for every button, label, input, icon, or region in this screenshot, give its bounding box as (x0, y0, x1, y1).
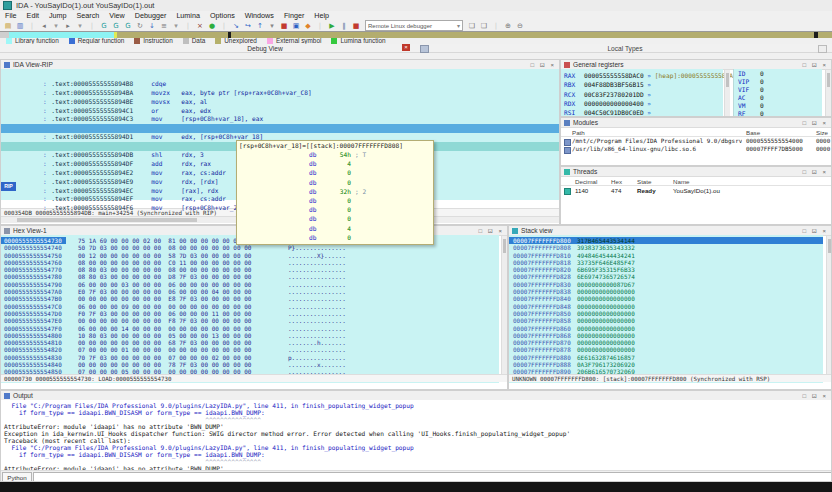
hex-bytes[interactable]: 06 00 00 00 09 00 00 00 00 00 00 00 00 0… (66, 303, 288, 310)
breakpoint-icon[interactable]: ◆ (303, 21, 313, 31)
zoom-in-icon[interactable]: ⊕ (503, 21, 513, 31)
back-icon[interactable]: ◂ (39, 21, 49, 31)
stack-row[interactable]: 00007FFFFFFFD800317B465443534144 (509, 237, 823, 244)
stack-address[interactable]: 00007FFFFFFFD840 (509, 295, 577, 302)
hex-address[interactable]: 00005555555547E0 (1, 317, 66, 324)
hex-bytes[interactable]: 00 00 00 00 00 00 00 00 F8 7F 03 00 00 0… (66, 317, 288, 324)
stop-process-icon[interactable]: ■ (351, 21, 361, 31)
hex-address[interactable]: 00005555555547F0 (1, 325, 66, 332)
register-row[interactable]: RSI004C50C91DB0C0ED (561, 108, 723, 117)
column-header-state[interactable]: State (637, 178, 651, 185)
flag-row[interactable]: RF0 (734, 110, 822, 117)
tab-local-types[interactable]: Local Types (585, 45, 665, 52)
lumina-icon[interactable]: ● (207, 21, 217, 31)
zoom-out-icon[interactable]: ⊖ (515, 21, 525, 31)
hex-ascii[interactable]: ................ (288, 303, 346, 310)
threads-titlebar[interactable]: Threads (561, 167, 831, 177)
vertical-scrollbar[interactable] (724, 70, 730, 117)
stack-address[interactable]: 00007FFFFFFFD878 (509, 346, 577, 353)
hex-ascii[interactable]: ................ (288, 310, 346, 317)
register-value[interactable]: 004C50C91DB0C0ED (584, 109, 644, 116)
stack-value[interactable]: 33735F646E485F47 (577, 259, 635, 266)
flag-row[interactable]: ID0 (734, 70, 822, 78)
jump-arrow-icon[interactable] (644, 91, 651, 98)
register-value[interactable]: 0000000000000400 (584, 100, 644, 107)
restore-icon[interactable] (818, 45, 827, 53)
flag-row[interactable]: VM0 (734, 102, 822, 110)
stack-row[interactable]: 00007FFFFFFFD8083938373635343332 (509, 244, 823, 251)
step-into-icon[interactable]: ↘ (231, 21, 241, 31)
stack-row[interactable]: 00007FFFFFFFD8400000000000000000 (509, 295, 823, 302)
python-input[interactable] (33, 472, 832, 483)
stack-address[interactable]: 00007FFFFFFFD870 (509, 339, 577, 346)
module-row[interactable]: /usr/lib/x86_64-linux-gnu/libc.so.6 0000… (561, 145, 831, 153)
tab-debug-view[interactable]: Debug View (230, 45, 300, 52)
stack-value[interactable]: 317B465443534144 (577, 237, 635, 244)
menu-item[interactable]: Windows (240, 11, 279, 20)
window-controls[interactable] (803, 61, 829, 68)
column-header-base[interactable]: Base (746, 129, 760, 136)
register-value[interactable]: 000055555558DAC0 (584, 72, 644, 79)
register-row[interactable]: RCX00C83F23780201DD (561, 90, 723, 99)
hex-bytes[interactable]: F0 7F 03 00 00 00 00 00 06 00 00 00 11 0… (66, 310, 288, 317)
disasm-line[interactable]: .text:00005555555894BAmovzxeax, byte ptr… (1, 80, 559, 89)
hex-address[interactable]: 0000555555554730 (1, 237, 66, 244)
stack-value[interactable]: 0000000000087D67 (577, 281, 635, 288)
stack-address[interactable]: 00007FFFFFFFD808 (509, 244, 577, 251)
hex-address[interactable]: 00005555555547C0 (1, 303, 66, 310)
stack-row[interactable]: 00007FFFFFFFD8880A3F796173206920 (509, 361, 823, 368)
hex-address[interactable]: 00005555555547D0 (1, 310, 66, 317)
stack-row[interactable]: 00007FFFFFFFD8104948464544434241 (509, 252, 823, 259)
stack-value[interactable]: 3938373635343332 (577, 244, 635, 251)
register-row[interactable]: RDX0000000000000400 (561, 99, 723, 108)
list-icon[interactable]: ≡ (159, 21, 169, 31)
hex-bytes[interactable]: 00 00 00 00 00 00 00 00 78 7F 03 00 00 0… (66, 361, 288, 368)
hex-address[interactable]: 0000555555554790 (1, 281, 66, 288)
stack-row[interactable]: 00007FFFFFFFD8380000000000000000 (509, 288, 823, 295)
hex-row[interactable]: 00005555555547F006 00 00 00 14 00 00 00 … (1, 325, 499, 332)
dropdown-caret-icon[interactable]: ▾ (51, 21, 61, 31)
window-controls[interactable] (803, 168, 829, 175)
window-controls[interactable] (803, 392, 829, 399)
vertical-scrollbar[interactable] (501, 236, 507, 382)
open-file-icon[interactable]: ▤ (3, 21, 13, 31)
toolbar-separator[interactable]: | (183, 21, 193, 31)
dropdown-caret-icon[interactable]: ▾ (75, 21, 85, 31)
stack-value[interactable]: 0000000000000000 (577, 339, 635, 346)
vertical-scrollbar[interactable] (825, 70, 831, 117)
hex-ascii[interactable]: ........X}...... (288, 252, 346, 259)
hex-bytes[interactable]: E0 7F 03 00 00 00 00 00 06 00 00 00 04 0… (66, 288, 288, 295)
stack-address[interactable]: 00007FFFFFFFD868 (509, 332, 577, 339)
hex-row[interactable]: 00005555555547A0E0 7F 03 00 00 00 00 00 … (1, 288, 499, 295)
stack-row[interactable]: 00007FFFFFFFD8600000000000000000 (509, 325, 823, 332)
hex-bytes[interactable]: 00 00 00 00 00 00 00 00 68 7F 03 00 00 0… (66, 339, 288, 346)
jump-segment-icon[interactable]: G (123, 21, 133, 31)
dropdown-caret-icon[interactable]: ▾ (267, 21, 277, 31)
python-label[interactable]: Python (2, 472, 32, 483)
hex-bytes[interactable]: 08 80 03 00 00 00 00 00 D8 7F 03 00 00 0… (66, 273, 288, 280)
hex-ascii[interactable]: ................ (288, 346, 346, 353)
stack-row[interactable]: 00007FFFFFFFD8206B695F35315F6B33 (509, 266, 823, 273)
hex-ascii[interactable]: ................ (288, 259, 346, 266)
step-over-icon[interactable]: ↪ (243, 21, 253, 31)
stack-row[interactable]: 00007FFFFFFFD8580000000000000000 (509, 317, 823, 324)
stack-address[interactable]: 00007FFFFFFFD860 (509, 325, 577, 332)
down-arrow-icon[interactable]: ↓ (147, 21, 157, 31)
stack-address[interactable]: 00007FFFFFFFD818 (509, 259, 577, 266)
hex-row[interactable]: 000055555555474050 7D 03 00 00 00 00 00 … (1, 244, 499, 251)
hex-bytes[interactable]: 08 80 03 00 00 00 00 00 08 00 00 00 00 0… (66, 266, 288, 273)
stack-value[interactable]: 0000000000000000 (577, 295, 635, 302)
hex-row[interactable]: 000055555555481000 00 00 00 00 00 00 00 … (1, 339, 499, 346)
disasm-line[interactable]: .text:00005555555894BEmovsxeax, al (1, 89, 559, 98)
stack-value[interactable]: 0000000000000000 (577, 288, 635, 295)
stack-address[interactable]: 00007FFFFFFFD810 (509, 252, 577, 259)
stack-value[interactable]: 0000000000000000 (577, 325, 635, 332)
disasm-line[interactable]: .text:00005555555894C3mov[rsp+0C8h+var_1… (1, 107, 559, 116)
hex-ascii[interactable]: ................ (288, 317, 346, 324)
hex-ascii[interactable]: ........x....... (288, 361, 346, 368)
stack-address[interactable]: 00007FFFFFFFD800 (509, 237, 577, 244)
window-controls[interactable] (479, 227, 505, 234)
menu-item[interactable]: Lumina (171, 11, 205, 20)
column-header-hex[interactable]: Hex (611, 178, 622, 185)
toolbar-separator[interactable]: | (491, 21, 501, 31)
